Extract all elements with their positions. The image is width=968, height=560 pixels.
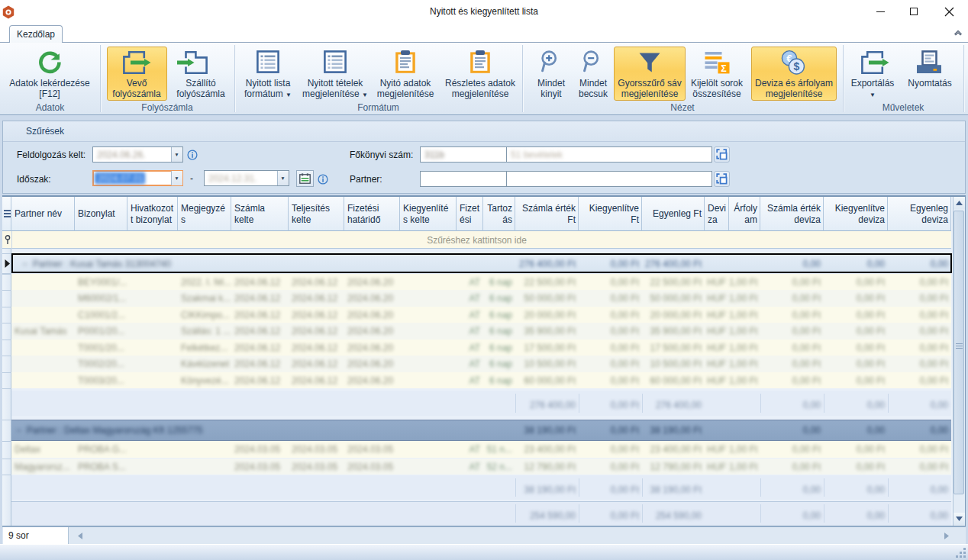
svg-text:$: $ bbox=[794, 60, 800, 72]
svg-text:Σ: Σ bbox=[721, 63, 727, 74]
